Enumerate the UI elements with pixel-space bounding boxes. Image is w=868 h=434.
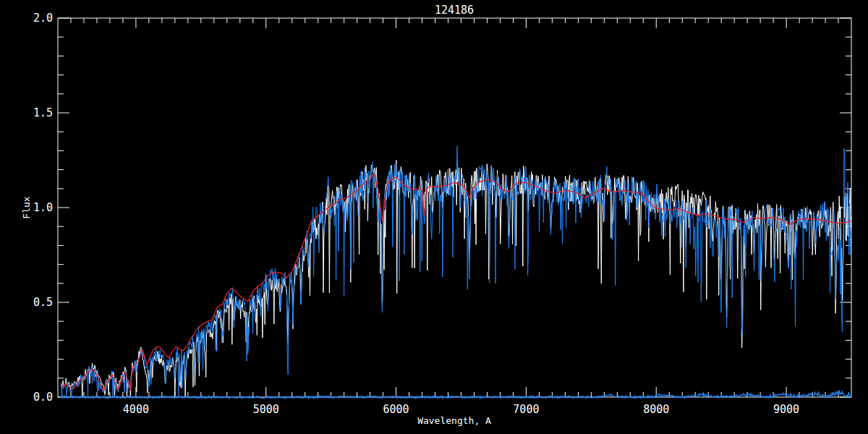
x-tick-label: 9000: [773, 403, 799, 416]
spectra-traces: [61, 146, 851, 398]
x-tick-label: 7000: [513, 403, 539, 416]
y-axis-label: Flux: [21, 196, 32, 218]
y-tick-label: 1.5: [33, 106, 53, 119]
y-tick-label: 2.0: [33, 12, 53, 25]
x-axis-label: Wavelength, A: [417, 415, 491, 426]
x-tick-label: 6000: [383, 403, 409, 416]
spectrum-chart: 4000500060007000800090000.00.51.01.52.0 …: [0, 0, 868, 434]
smoothed-spectrum-red: [61, 174, 851, 391]
plot-title: 124186: [435, 4, 474, 17]
x-tick-label: 4000: [123, 403, 149, 416]
y-tick-label: 0.0: [33, 391, 53, 404]
x-tick-label: 8000: [643, 403, 669, 416]
y-tick-label: 1.0: [33, 201, 53, 214]
y-tick-label: 0.5: [33, 296, 53, 309]
x-tick-label: 5000: [253, 403, 279, 416]
